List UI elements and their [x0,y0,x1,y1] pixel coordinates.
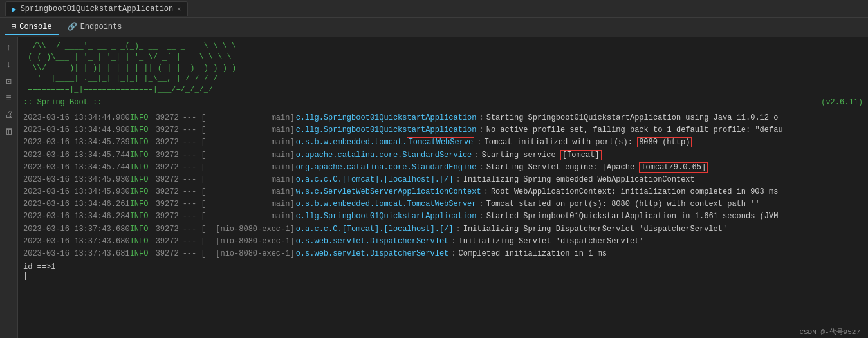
log-class: c.llg.Springboot01QuickstartApplication [296,124,477,136]
log-pid: 39272 [156,248,183,260]
log-level: INFO [130,211,156,223]
log-thread: main] [206,198,296,211]
log-line: 2023-03-16 13:37:43.680 INFO 39272 --- [… [23,236,863,248]
bottom-bar: CSDN @-代号9527 [791,326,868,338]
wrap-icon[interactable]: ⊡ [3,75,15,88]
log-message: Completed initialization in 1 ms [459,248,863,260]
title-tab[interactable]: ▶ Springboot01QuickstartApplication ✕ [5,1,188,16]
log-pid: 39272 [156,198,183,211]
log-pid: 39272 [156,112,183,124]
log-sep: --- [ [183,162,206,174]
log-pid: 39272 [156,162,183,174]
log-timestamp: 2023-03-16 13:34:44.980 [23,112,130,124]
tab-console[interactable]: ⊞ Console [5,19,59,35]
log-sep: --- [ [183,174,206,186]
spring-label: :: Spring Boot :: [23,98,102,107]
log-container: 2023-03-16 13:34:44.980 INFO 39272 --- [… [23,112,863,260]
log-sep: --- [ [183,223,206,236]
log-colon: : [472,149,481,162]
print-icon[interactable]: 🖨 [3,108,15,121]
log-line: 2023-03-16 13:37:43.681 INFO 39272 --- [… [23,248,863,260]
scroll-down-icon[interactable]: ↓ [3,58,15,71]
log-timestamp: 2023-03-16 13:37:43.680 [23,223,130,236]
filter-icon[interactable]: ≡ [3,91,15,104]
log-message: No active profile set, falling back to 1… [486,124,863,136]
log-pid: 39272 [156,136,183,149]
console-tab-label: Console [19,23,51,32]
log-colon: : [477,211,486,223]
log-message: Starting Servlet engine: [Apache Tomcat/… [486,162,863,174]
log-message-highlight: Tomcat/9.0.65] [639,162,708,173]
ascii-art: /\\ / ____'_ __ _ _(_)_ __ __ _ \ \ \ \ … [23,41,863,95]
log-message-highlight: 8080 (http) [637,137,692,147]
log-thread: main] [206,149,296,162]
log-class-highlight: TomcatWebServe [407,137,474,147]
log-class: org.apache.catalina.core.StandardEngine [296,162,477,174]
clear-icon[interactable]: 🗑 [3,125,15,138]
log-class: o.s.web.servlet.DispatcherServlet [296,248,449,260]
log-timestamp: 2023-03-16 13:37:43.681 [23,248,130,260]
run-icon: ▶ [12,5,17,14]
log-message: Tomcat started on port(s): 8080 (http) w… [486,198,863,211]
title-bar: ▶ Springboot01QuickstartApplication ✕ [0,0,868,18]
log-sep: --- [ [183,124,206,136]
log-message: Tomcat initialized with port(s): 8080 (h… [485,136,863,149]
endpoints-icon: 🔗 [68,22,77,32]
log-line: 2023-03-16 13:34:45.744 INFO 39272 --- [… [23,162,863,174]
log-colon: : [477,112,486,124]
log-sep: --- [ [183,248,206,260]
log-pid: 39272 [156,211,183,223]
log-level: INFO [130,198,156,211]
log-timestamp: 2023-03-16 13:34:45.930 [23,174,130,186]
log-line: 2023-03-16 13:37:43.680 INFO 39272 --- [… [23,223,863,236]
log-colon: : [481,186,491,198]
log-level: INFO [130,248,156,260]
log-sep: --- [ [183,236,206,248]
log-line: 2023-03-16 13:34:44.980 INFO 39272 --- [… [23,112,863,124]
log-sep: --- [ [183,186,206,198]
log-sep: --- [ [183,136,206,149]
log-timestamp: 2023-03-16 13:34:46.261 [23,198,130,211]
log-pid: 39272 [156,149,183,162]
log-level: INFO [130,236,156,248]
log-pid: 39272 [156,186,183,198]
log-timestamp: 2023-03-16 13:34:45.744 [23,149,130,162]
log-level: INFO [130,124,156,136]
log-line: 2023-03-16 13:34:46.284 INFO 39272 --- [… [23,211,863,223]
scroll-up-icon[interactable]: ↑ [3,41,15,54]
log-thread: main] [206,186,296,198]
log-class: w.s.c.ServletWebServerApplicationContext [296,186,481,198]
log-class: o.s.b.w.embedded.tomcat.TomcatWebServer [296,198,477,211]
log-message: Root WebApplicationContext: initializati… [491,186,863,198]
console-output: /\\ / ____'_ __ _ _(_)_ __ __ _ \ \ \ \ … [18,37,868,338]
log-line: 2023-03-16 13:34:45.930 INFO 39272 --- [… [23,186,863,198]
log-line: 2023-03-16 13:34:45.744 INFO 39272 --- [… [23,149,863,162]
log-thread: main] [206,124,296,136]
tab-endpoints[interactable]: 🔗 Endpoints [61,19,129,35]
log-thread: [nio-8080-exec-1] [206,236,296,248]
cursor-line: | [23,272,863,281]
log-sep: --- [ [183,198,206,211]
log-sep: --- [ [183,211,206,223]
log-pid: 39272 [156,223,183,236]
log-colon: : [477,162,486,174]
log-message: Started Springboot01QuickstartApplicatio… [486,211,863,223]
log-line: 2023-03-16 13:34:46.261 INFO 39272 --- [… [23,198,863,211]
log-line: 2023-03-16 13:34:44.980 INFO 39272 --- [… [23,124,863,136]
log-pid: 39272 [156,124,183,136]
log-level: INFO [130,186,156,198]
log-timestamp: 2023-03-16 13:34:44.980 [23,124,130,136]
log-colon: : [477,124,486,136]
spring-version-line: :: Spring Boot :: (v2.6.11) [23,98,863,107]
log-pid: 39272 [156,236,183,248]
log-line: 2023-03-16 13:34:45.739 INFO 39272 --- [… [23,136,863,149]
log-message: Initializing Spring embedded WebApplicat… [463,174,863,186]
close-tab-button[interactable]: ✕ [177,5,181,13]
log-message: Starting service [Tomcat] [482,149,863,162]
log-thread: [nio-8080-exec-1] [206,223,296,236]
main-area: ↑ ↓ ⊡ ≡ 🖨 🗑 /\\ / ____'_ __ _ _(_)_ __ _… [0,37,868,338]
log-thread: main] [206,112,296,124]
log-colon: : [448,248,458,260]
title-tab-label: Springboot01QuickstartApplication [21,5,174,14]
log-class: c.llg.Springboot01QuickstartApplication [296,211,477,223]
